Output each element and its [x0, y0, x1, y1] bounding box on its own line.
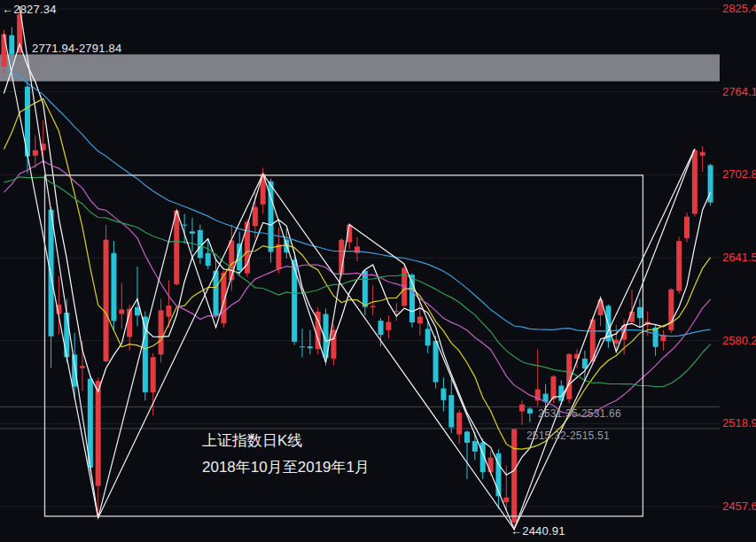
candle-body-down [206, 253, 211, 266]
candle-body-up [684, 217, 690, 238]
candle-body-down [214, 271, 219, 316]
candle-body-down [135, 307, 140, 315]
candle-body-up [613, 340, 619, 345]
candle-body-down [440, 389, 446, 400]
candle-body-up [1, 35, 6, 66]
candle-body-down [182, 225, 187, 226]
candle-body-up [511, 430, 517, 523]
candle-body-down [64, 313, 69, 357]
candle-body-up [503, 498, 509, 502]
gap-band [0, 54, 720, 81]
candle-body-up [151, 357, 156, 392]
candle-body-up [519, 405, 525, 412]
candle-body-down [472, 441, 478, 452]
candle-body-down [362, 271, 368, 307]
candle-body-up [174, 211, 179, 284]
candle-body-down [300, 346, 305, 347]
candle-body-up [221, 273, 226, 323]
candle-body-up [104, 240, 109, 361]
candle-body-down [582, 359, 588, 368]
candle-body-up [488, 458, 494, 473]
candle-body-down [111, 253, 116, 321]
candle-body-up [33, 151, 38, 156]
candle-body-up [417, 317, 423, 324]
candle-body-up [692, 151, 698, 214]
candle-body-down [72, 354, 77, 386]
candle-body-down [433, 341, 439, 383]
chart-stage: ←2827.34 2771.94-2791.84 2531.35-2531.66… [0, 0, 756, 542]
candle-body-down [9, 35, 14, 55]
candle-body-up [96, 381, 101, 485]
candle-body-down [637, 307, 643, 318]
candle-body-down [190, 231, 195, 234]
candle-body-up [676, 241, 682, 290]
candle-body-up [229, 240, 234, 280]
candle-body-up [119, 309, 124, 314]
candle-body-up [370, 306, 376, 307]
candle-body-down [448, 395, 454, 427]
kline-chart-canvas [0, 0, 756, 542]
candle-body-up [394, 311, 399, 312]
candle-body-down [308, 346, 313, 348]
candle-body-up [80, 366, 85, 368]
candle-body-down [378, 321, 384, 335]
candle-body-down [527, 408, 533, 413]
candle-body-up [166, 306, 171, 317]
candle-body-down [464, 431, 470, 442]
candle-body-down [425, 329, 431, 345]
candle-body-up [159, 310, 164, 354]
candle-body-up [456, 413, 462, 434]
candle-body-down [653, 328, 659, 347]
candle-body-down [49, 210, 54, 337]
candle-body-up [386, 322, 391, 330]
candle-body-up [700, 152, 705, 156]
candle-body-up [550, 376, 556, 399]
candle-body-up [253, 207, 258, 227]
candle-body-up [276, 244, 281, 269]
candle-body-up [355, 246, 360, 252]
candle-body-down [292, 259, 297, 341]
